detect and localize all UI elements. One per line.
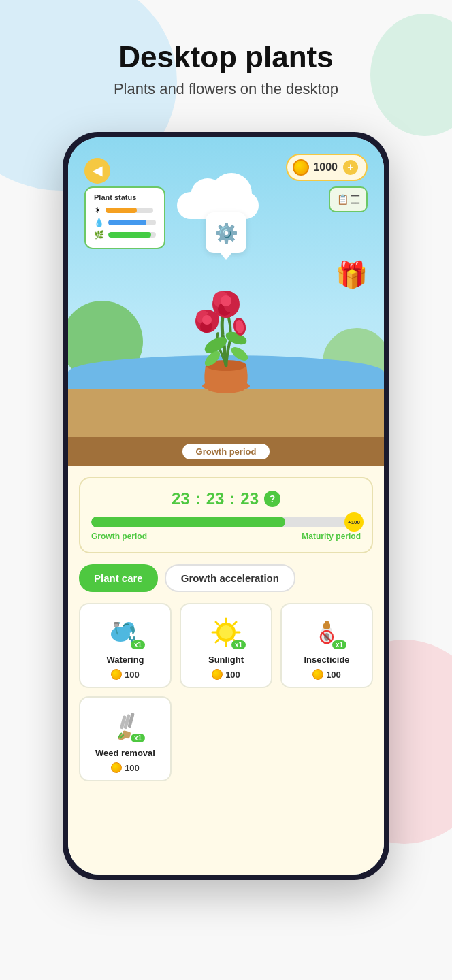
svg-point-16: [202, 315, 212, 325]
care-item-insecticide[interactable]: x1 Insecticide 100: [280, 603, 373, 688]
weed-removal-icon: x1: [108, 707, 142, 744]
timer-section: 23 : 23 : 23 ? +100 Growth peri: [79, 477, 373, 553]
coin-counter: 1000 +: [286, 154, 368, 181]
svg-point-11: [221, 295, 231, 306]
leaf-bar-fill: [108, 232, 151, 238]
timer-sep-1: :: [195, 489, 201, 508]
watering-coin-icon: [111, 669, 122, 680]
care-item-watering[interactable]: x1 Watering 100: [79, 603, 172, 688]
info-icon: 📋: [337, 194, 349, 205]
timer-minutes: 23: [206, 489, 225, 508]
plant-illustration: [178, 260, 274, 396]
insecticide-price: 100: [312, 669, 341, 680]
svg-rect-25: [114, 624, 118, 627]
svg-rect-38: [325, 621, 329, 625]
label-maturity: Maturity period: [302, 532, 361, 541]
progress-labels: Growth period Maturity period: [91, 532, 361, 541]
status-row-leaf: 🌿: [94, 230, 156, 240]
sunlight-price-value: 100: [225, 670, 240, 680]
weed-removal-coin-icon: [111, 762, 122, 773]
rose-svg: [178, 260, 274, 396]
progress-bar-fill: [91, 517, 285, 527]
timer-question-icon[interactable]: ?: [264, 491, 280, 507]
insecticide-badge: x1: [332, 640, 346, 649]
weed-removal-price: 100: [111, 762, 140, 773]
sun-bar-fill: [106, 208, 137, 213]
info-lines: ━━━━: [351, 192, 359, 207]
svg-point-27: [219, 625, 233, 639]
watering-icon: x1: [108, 614, 142, 651]
progress-bar-bg: [91, 517, 361, 527]
water-bar-fill: [108, 220, 146, 225]
coin-icon: [293, 159, 309, 176]
growth-period-bar: Growth period: [68, 437, 384, 466]
status-row-water: 💧: [94, 218, 156, 227]
timer-seconds: 23: [240, 489, 259, 508]
sunlight-price: 100: [212, 669, 240, 680]
svg-line-34: [233, 622, 236, 625]
weed-removal-price-value: 100: [125, 763, 140, 773]
svg-point-23: [129, 636, 131, 640]
back-button[interactable]: ◀: [84, 158, 110, 184]
header: Desktop plants Plants and flowers on the…: [0, 0, 452, 112]
app-title: Desktop plants: [0, 41, 452, 74]
weed-removal-name: Weed removal: [95, 748, 155, 758]
phone-wrap: ◀ 1000 + Plant status ☀: [0, 132, 452, 880]
coin-count: 1000: [313, 161, 338, 174]
insecticide-price-value: 100: [326, 670, 341, 680]
insecticide-coin-icon: [312, 669, 323, 680]
water-bar-bg: [108, 220, 156, 225]
sun-bar-bg: [106, 208, 153, 213]
sunlight-name: Sunlight: [208, 655, 244, 665]
weed-removal-badge: x1: [131, 734, 145, 742]
water-icon: 💧: [94, 218, 104, 227]
care-items-row2: x1 Weed removal 100: [79, 696, 373, 781]
status-row-sun: ☀: [94, 206, 156, 215]
label-growth: Growth period: [91, 532, 147, 541]
watering-name: Watering: [106, 655, 144, 665]
progress-badge: +100: [344, 512, 364, 532]
timer-sep-2: :: [229, 489, 235, 508]
progress-row: +100: [91, 517, 361, 527]
timer-row: 23 : 23 : 23 ?: [91, 489, 361, 508]
plant-status-title: Plant status: [94, 193, 156, 201]
tabs-row: Plant care Growth acceleration: [79, 564, 373, 592]
plant-status-panel: Plant status ☀ 💧 🌿: [84, 186, 165, 249]
care-item-sunlight[interactable]: x1 Sunlight 100: [180, 603, 272, 688]
tab-plant-care[interactable]: Plant care: [79, 564, 158, 592]
bottom-panel: 23 : 23 : 23 ? +100 Growth peri: [68, 466, 384, 875]
leaf-icon: 🌿: [94, 230, 104, 240]
back-icon: ◀: [93, 163, 102, 178]
sun-bubble-icon: ⚙️: [214, 222, 238, 244]
sun-icon: ☀: [94, 206, 101, 215]
svg-point-41: [324, 633, 329, 641]
insecticide-icon: x1: [310, 614, 344, 651]
sunlight-coin-icon: [212, 669, 223, 680]
app-subtitle: Plants and flowers on the desktop: [0, 80, 452, 98]
info-panel: 📋 ━━━━: [329, 186, 368, 212]
care-item-weed-removal[interactable]: x1 Weed removal 100: [79, 696, 172, 781]
speech-bubble: ⚙️: [206, 212, 246, 253]
tab-growth-acceleration[interactable]: Growth acceleration: [165, 564, 295, 592]
growth-period-pill: Growth period: [181, 442, 272, 461]
svg-line-32: [216, 622, 219, 625]
gift-box[interactable]: 🎁: [336, 260, 368, 290]
watering-price-value: 100: [125, 670, 140, 680]
insecticide-name: Insecticide: [304, 655, 349, 665]
timer-hours: 23: [172, 489, 190, 508]
phone-screen: ◀ 1000 + Plant status ☀: [68, 137, 384, 875]
leaf-bar-bg: [108, 232, 156, 238]
svg-line-35: [216, 640, 219, 642]
watering-price: 100: [111, 669, 140, 680]
sunlight-badge: x1: [231, 640, 246, 649]
coin-plus-button[interactable]: +: [343, 160, 358, 175]
phone-frame: ◀ 1000 + Plant status ☀: [63, 132, 389, 880]
sunlight-icon: x1: [209, 614, 243, 651]
ground-area: [68, 389, 384, 437]
watering-badge: x1: [131, 640, 145, 649]
care-items-grid: x1 Watering 100: [79, 603, 373, 688]
sky-scene: ◀ 1000 + Plant status ☀: [68, 137, 384, 437]
